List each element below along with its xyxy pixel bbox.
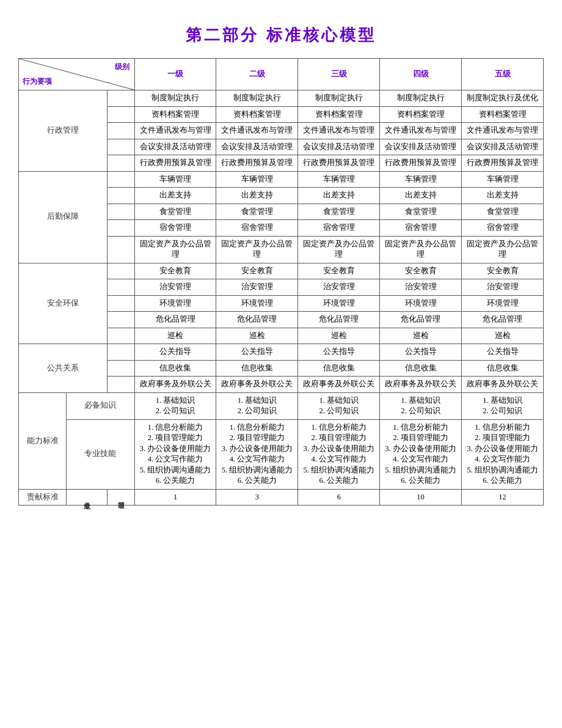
skill-label: 专业技能 [67,419,135,489]
contrib-val-3: 6 [298,489,380,506]
header-diagonal-top: 级别 [115,62,130,72]
table-row: 行政管理 制度制定执行 制度制定执行 制度制定执行 制度制定执行 制度制定执行及… [19,90,544,107]
table-row: 后勤保障 车辆管理 车辆管理 车辆管理 车辆管理 车辆管理 [19,171,544,188]
admin-r1-l5: 制度制定执行及优化 [462,90,544,107]
contribution-sub2: 项目管理 [108,489,135,506]
header-diagonal-bottom: 行为要项 [23,76,52,87]
contribution-outer-label: 责献标准 [19,489,67,506]
table-row: 安全环保 安全教育 安全教育 安全教育 安全教育 安全教育 [19,263,544,279]
level-2-header: 二级 [216,59,298,90]
admin-row1-label [108,90,135,107]
header-row: 级别 行为要项 一级 二级 三级 四级 五级 [19,59,544,90]
contrib-val-2: 3 [216,489,298,506]
admin-r1-l3: 制度制定执行 [298,90,380,107]
ability-skill-row: 专业技能 1. 信息分析能力2. 项目管理能力3. 办公设备使用能力4. 公文写… [19,419,544,489]
ability-outer-label: 能力标准 [19,392,67,489]
section-label-logistics: 后勤保障 [19,171,108,263]
section-label-pr: 公共关系 [19,344,108,393]
main-table: 级别 行为要项 一级 二级 三级 四级 五级 行政管理 制度制定执行 制度制定执… [18,58,544,506]
level-3-header: 三级 [298,59,380,90]
knowledge-label: 必备知识 [67,392,135,419]
contribution-row: 责献标准 专业成果 项目管理 1 3 6 10 12 [19,489,544,506]
section-label-admin: 行政管理 [19,90,108,172]
level-4-header: 四级 [380,59,462,90]
page-title: 第二部分 标准核心模型 [18,24,544,46]
section-label-safety: 安全环保 [19,263,108,344]
level-5-header: 五级 [462,59,544,90]
ability-knowledge-row: 能力标准 必备知识 1. 基础知识2. 公司知识 1. 基础知识2. 公司知识 … [19,392,544,419]
admin-r1-l4: 制度制定执行 [380,90,462,107]
contrib-val-5: 12 [462,489,544,506]
admin-r1-l2: 制度制定执行 [216,90,298,107]
admin-r1-l1: 制度制定执行 [134,90,216,107]
table-row: 公共关系 公关指导 公关指导 公关指导 公关指导 公关指导 [19,344,544,361]
contrib-val-1: 1 [134,489,216,506]
contribution-sub1: 专业成果 [67,489,108,506]
level-1-header: 一级 [134,59,216,90]
contrib-val-4: 10 [380,489,462,506]
